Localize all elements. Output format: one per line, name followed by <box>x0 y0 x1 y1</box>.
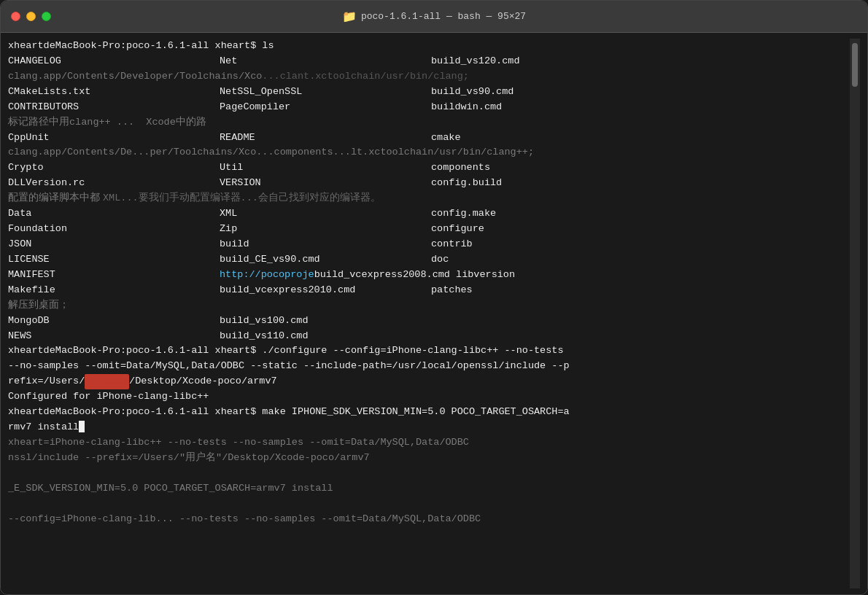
list-item: --no-samples --omit=Data/MySQL,Data/ODBC… <box>8 359 850 374</box>
list-item: FoundationZipconfigure <box>8 222 850 237</box>
terminal-body[interactable]: xheartdeMacBook-Pro:poco-1.6.1-all xhear… <box>1 33 867 594</box>
scrollbar-thumb[interactable] <box>852 43 858 87</box>
list-item: CMakeLists.txtNetSSL_OpenSSLbuild_vs90.c… <box>8 85 850 100</box>
window-title: 📁 poco-1.6.1-all — bash — 95×27 <box>342 9 526 24</box>
title-label: poco-1.6.1-all — bash — 95×27 <box>361 11 526 22</box>
list-item: Configured for iPhone-clang-libc++ <box>8 389 850 405</box>
list-item: DataXMLconfig.make <box>8 206 850 222</box>
list-item: 标记路径中用clang++ ... Xcode中的路 <box>8 115 850 131</box>
list-item: xheart=iPhone-clang-libc++ --no-tests --… <box>8 435 850 451</box>
minimize-button[interactable] <box>26 12 36 21</box>
terminal-window: 📁 poco-1.6.1-all — bash — 95×27 xheartde… <box>0 0 868 595</box>
close-button[interactable] <box>11 12 20 21</box>
list-item: nssl/include --prefix=/Users/"用户名"/Deskt… <box>8 451 850 466</box>
list-item: rmv7 install <box>8 420 850 435</box>
list-item <box>8 466 850 481</box>
list-item: CONTRIBUTORSPageCompilerbuildwin.cmd <box>8 100 850 115</box>
list-item: refix=/Users/xxxxxxx/Desktop/Xcode-poco/… <box>8 374 850 389</box>
list-item: xheartdeMacBook-Pro:poco-1.6.1-all xhear… <box>8 39 850 54</box>
list-item: 解压到桌面； <box>8 298 850 314</box>
list-item: LICENSEbuild_CE_vs90.cmddoc <box>8 252 850 268</box>
list-item: Makefilebuild_vcexpress2010.cmdpatches <box>8 283 850 298</box>
list-item: xheartdeMacBook-Pro:poco-1.6.1-all xhear… <box>8 405 850 420</box>
traffic-lights <box>11 12 51 21</box>
list-item: MongoDBbuild_vs100.cmd <box>8 314 850 329</box>
list-item: CryptoUtilcomponents <box>8 160 850 176</box>
list-item: --config=iPhone-clang-lib... --no-tests … <box>8 512 850 527</box>
list-item: clang.app/Contents/De...per/Toolchains/X… <box>8 145 850 160</box>
list-item: 配置的编译脚本中都XML...要我们手动配置编译器...会自己找到对应的编译器。 <box>8 191 850 206</box>
scrollbar[interactable] <box>850 39 860 588</box>
list-item: CppUnitREADMEcmake <box>8 131 850 146</box>
list-item: _E_SDK_VERSION_MIN=5.0 POCO_TARGET_OSARC… <box>8 481 850 497</box>
terminal-content: xheartdeMacBook-Pro:poco-1.6.1-all xhear… <box>8 39 850 588</box>
maximize-button[interactable] <box>42 12 51 21</box>
list-item <box>8 497 850 512</box>
list-item: xheartdeMacBook-Pro:poco-1.6.1-all xhear… <box>8 343 850 359</box>
list-item: MANIFESThttp://pocoprojebuild_vcexpress2… <box>8 268 850 283</box>
folder-icon: 📁 <box>342 9 357 24</box>
list-item: clang.app/Contents/Developer/Toolchains/… <box>8 69 850 85</box>
list-item: JSONbuildcontrib <box>8 237 850 252</box>
titlebar: 📁 poco-1.6.1-all — bash — 95×27 <box>1 1 867 33</box>
list-item: NEWSbuild_vs110.cmd <box>8 329 850 344</box>
cursor <box>79 421 85 432</box>
list-item: CHANGELOGNetbuild_vs120.cmd <box>8 54 850 69</box>
redacted-username: xxxxxxx <box>85 374 129 389</box>
list-item: DLLVersion.rcVERSIONconfig.build <box>8 176 850 191</box>
